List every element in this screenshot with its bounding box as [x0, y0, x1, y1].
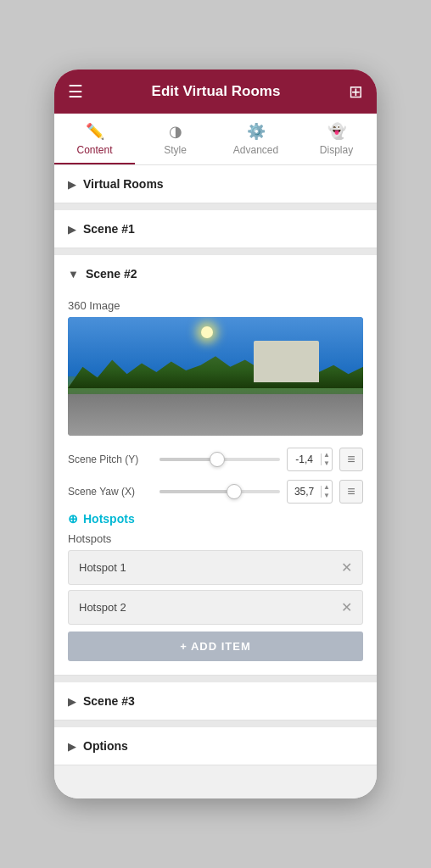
scene2-section: ▼ Scene #2 360 Image Scene Pitch (Y) [54, 255, 377, 676]
phone-shell: ☰ Edit Virtual Rooms ⊞ ✏️ Content ◑ Styl… [54, 70, 377, 798]
pitch-value-box: -1,4 ▲ ▼ [287, 448, 333, 471]
content-area: ▶ Virtual Rooms ▶ Scene #1 ▼ Scene #2 36… [54, 165, 377, 798]
divider-1 [54, 203, 377, 210]
yaw-arrows[interactable]: ▲ ▼ [322, 483, 332, 499]
style-icon: ◑ [169, 122, 182, 141]
yaw-thumb[interactable] [227, 484, 242, 499]
scene1-arrow: ▶ [68, 223, 76, 236]
tab-bar: ✏️ Content ◑ Style ⚙️ Advanced 👻 Display [54, 114, 377, 165]
options-arrow: ▶ [68, 740, 76, 753]
building-layer [254, 341, 319, 382]
virtual-rooms-arrow: ▶ [68, 178, 76, 191]
image-field-label: 360 Image [68, 299, 363, 312]
scene2-arrow: ▼ [68, 268, 79, 281]
yaw-label: Scene Yaw (X) [68, 486, 153, 498]
display-icon: 👻 [327, 122, 346, 141]
hotspot-1-label: Hotspot 1 [79, 561, 126, 574]
divider-3 [54, 676, 377, 682]
hotspots-icon: ⊕ [68, 512, 78, 526]
virtual-rooms-row[interactable]: ▶ Virtual Rooms [54, 165, 377, 203]
hotspots-title: ⊕ Hotspots [68, 512, 363, 526]
tab-advanced[interactable]: ⚙️ Advanced [216, 114, 296, 164]
pitch-row: Scene Pitch (Y) -1,4 ▲ ▼ ≡ [68, 448, 363, 471]
tab-content[interactable]: ✏️ Content [54, 114, 135, 164]
scene3-row[interactable]: ▶ Scene #3 [54, 682, 377, 721]
scene2-header[interactable]: ▼ Scene #2 [54, 255, 377, 292]
pitch-track[interactable] [160, 458, 280, 461]
pitch-db-btn[interactable]: ≡ [339, 448, 363, 471]
pitch-down-arrow[interactable]: ▼ [323, 459, 330, 468]
content-icon: ✏️ [86, 122, 104, 141]
tab-display-label: Display [320, 144, 353, 156]
hotspots-title-text: Hotspots [83, 512, 135, 526]
apps-icon[interactable]: ⊞ [349, 81, 363, 102]
advanced-icon: ⚙️ [247, 122, 266, 141]
scene2-body: 360 Image Scene Pitch (Y) [54, 292, 377, 675]
yaw-up-arrow[interactable]: ▲ [323, 483, 330, 492]
menu-icon[interactable]: ☰ [68, 81, 83, 102]
pitch-label: Scene Pitch (Y) [68, 453, 153, 465]
pitch-arrows[interactable]: ▲ ▼ [322, 451, 332, 467]
pitch-value[interactable]: -1,4 [288, 453, 322, 465]
divider-2 [54, 248, 377, 255]
tab-content-label: Content [76, 144, 112, 156]
pitch-thumb[interactable] [210, 452, 225, 467]
hotspot-item-1[interactable]: Hotspot 1 ✕ [68, 550, 363, 585]
scene1-label: Scene #1 [83, 222, 135, 236]
hotspot-2-label: Hotspot 2 [79, 601, 126, 614]
yaw-track[interactable] [160, 490, 280, 493]
tab-style[interactable]: ◑ Style [135, 114, 216, 164]
yaw-value-box: 35,7 ▲ ▼ [287, 480, 333, 504]
divider-4 [54, 721, 377, 727]
yaw-db-btn[interactable]: ≡ [339, 480, 363, 504]
scene3-arrow: ▶ [68, 695, 76, 708]
header-title: Edit Virtual Rooms [152, 83, 281, 100]
tab-style-label: Style [164, 144, 187, 156]
scene3-label: Scene #3 [83, 694, 135, 708]
options-label: Options [83, 739, 128, 753]
pitch-up-arrow[interactable]: ▲ [323, 451, 330, 459]
hotspot-2-remove[interactable]: ✕ [341, 599, 352, 615]
pitch-fill [160, 458, 217, 461]
yaw-down-arrow[interactable]: ▼ [323, 492, 330, 500]
scene2-label: Scene #2 [86, 267, 137, 281]
scene1-row[interactable]: ▶ Scene #1 [54, 210, 377, 248]
sun-layer [201, 326, 213, 338]
add-item-button[interactable]: + ADD ITEM [68, 632, 363, 661]
yaw-row: Scene Yaw (X) 35,7 ▲ ▼ ≡ [68, 480, 363, 504]
yaw-fill [160, 490, 234, 493]
image-360[interactable] [68, 317, 363, 436]
hotspot-item-2[interactable]: Hotspot 2 ✕ [68, 590, 363, 625]
virtual-rooms-label: Virtual Rooms [83, 177, 164, 191]
header: ☰ Edit Virtual Rooms ⊞ [54, 70, 377, 114]
yaw-value[interactable]: 35,7 [288, 486, 322, 498]
options-row[interactable]: ▶ Options [54, 727, 377, 765]
tab-display[interactable]: 👻 Display [296, 114, 377, 164]
tab-advanced-label: Advanced [233, 144, 278, 156]
ground-layer [68, 394, 363, 436]
hotspots-sub-label: Hotspots [68, 532, 363, 545]
hotspots-section: ⊕ Hotspots Hotspots Hotspot 1 ✕ Hotspot … [68, 512, 363, 661]
hotspot-1-remove[interactable]: ✕ [341, 559, 352, 576]
